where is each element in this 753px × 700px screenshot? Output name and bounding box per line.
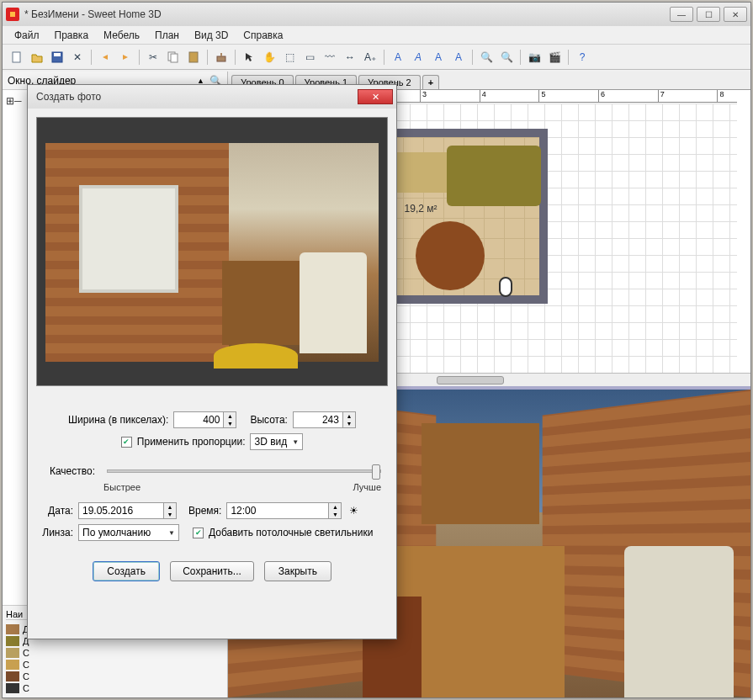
time-input[interactable] <box>227 503 328 518</box>
zoom-in-icon[interactable]: 🔍 <box>477 48 496 66</box>
spin-up-icon[interactable]: ▲ <box>164 503 176 511</box>
undo-icon[interactable] <box>96 48 114 66</box>
ratio-dropdown-value: 3D вид <box>254 436 287 448</box>
text-bold-icon[interactable]: A <box>389 48 407 66</box>
copy-icon[interactable] <box>164 48 183 66</box>
create-photo-dialog: Создать фото ✕ Ширина (в пикселах): ▲▼ В… <box>27 84 397 639</box>
zoom-out-icon[interactable]: 🔍 <box>497 48 516 66</box>
svg-rect-6 <box>171 54 178 62</box>
toolbar: ✕ ✂ ✋ ⬚ ▭ 〰 ↔ A₊ A A A A 🔍 🔍 📷 🎬 ? <box>3 45 750 70</box>
pan-tool-icon[interactable]: ✋ <box>260 48 278 66</box>
camera-marker-icon[interactable] <box>499 277 512 297</box>
svg-rect-1 <box>10 12 15 17</box>
cut-icon[interactable]: ✂ <box>144 48 162 66</box>
redo-icon[interactable] <box>116 48 135 66</box>
maximize-button[interactable]: ☐ <box>697 7 720 22</box>
spin-up-icon[interactable]: ▲ <box>329 503 341 511</box>
menubar: Файл Правка Мебель План Вид 3D Справка <box>3 26 750 45</box>
dialog-form: Ширина (в пикселах): ▲▼ Высота: ▲▼ ✔ При… <box>36 411 388 581</box>
width-spinner[interactable]: ▲▼ <box>173 411 236 428</box>
dialog-body: Ширина (в пикселах): ▲▼ Высота: ▲▼ ✔ При… <box>28 109 396 590</box>
save-icon[interactable] <box>48 48 66 66</box>
preferences-icon[interactable]: ✕ <box>68 48 87 66</box>
dialog-close-button[interactable]: ✕ <box>358 89 393 104</box>
svg-rect-7 <box>189 52 198 62</box>
armchair-3d <box>624 546 734 697</box>
menu-furniture[interactable]: Мебель <box>97 28 146 43</box>
text-size-down-icon[interactable]: A <box>449 48 468 66</box>
catalog-collapse-icon[interactable]: ▲ <box>197 77 204 85</box>
photo-icon[interactable]: 📷 <box>525 48 544 66</box>
spin-down-icon[interactable]: ▼ <box>164 511 176 518</box>
wall-tool-icon[interactable]: ⬚ <box>280 48 299 66</box>
height-spinner[interactable]: ▲▼ <box>293 411 356 428</box>
date-spinner[interactable]: ▲▼ <box>78 502 177 519</box>
list-item[interactable]: С <box>6 671 224 682</box>
furniture-table[interactable] <box>416 221 485 290</box>
svg-rect-4 <box>54 53 61 56</box>
ceiling-lights-checkbox[interactable]: ✔ <box>193 528 204 538</box>
shelf-3d <box>422 423 539 524</box>
tab-add-level[interactable]: + <box>422 75 439 89</box>
quality-slider[interactable] <box>107 469 381 473</box>
height-label: Высота: <box>250 414 288 426</box>
create-button[interactable]: Создать <box>93 561 160 581</box>
scroll-thumb[interactable] <box>437 376 504 384</box>
time-spinner[interactable]: ▲▼ <box>226 502 342 519</box>
date-label: Дата: <box>36 505 73 517</box>
preview-table <box>214 343 298 369</box>
menu-plan[interactable]: План <box>148 28 186 43</box>
new-icon[interactable] <box>8 48 26 66</box>
svg-rect-9 <box>220 53 222 56</box>
ratio-dropdown[interactable]: 3D вид ▼ <box>250 433 303 450</box>
paste-icon[interactable] <box>184 48 203 66</box>
text-size-up-icon[interactable]: A <box>429 48 448 66</box>
dialog-buttons: Создать Сохранить... Закрыть <box>36 561 388 581</box>
sun-icon[interactable]: ☀ <box>347 504 360 517</box>
chevron-down-icon: ▼ <box>292 438 299 446</box>
chevron-down-icon: ▼ <box>168 529 175 537</box>
add-furniture-icon[interactable] <box>212 48 231 66</box>
photo-preview <box>36 117 388 386</box>
room-area-label: 19,2 м² <box>405 203 437 215</box>
lens-dropdown[interactable]: По умолчанию ▼ <box>78 524 179 541</box>
list-item[interactable]: С <box>6 659 224 671</box>
width-input[interactable] <box>174 412 223 427</box>
date-input[interactable] <box>79 503 163 518</box>
slider-thumb[interactable] <box>372 464 380 480</box>
spin-down-icon[interactable]: ▼ <box>343 420 355 427</box>
save-button[interactable]: Сохранить... <box>170 561 254 581</box>
text-tool-icon[interactable]: A₊ <box>361 48 379 66</box>
video-icon[interactable]: 🎬 <box>545 48 564 66</box>
menu-edit[interactable]: Правка <box>48 28 96 43</box>
dimension-tool-icon[interactable]: ↔ <box>341 48 359 66</box>
quality-fast-label: Быстрее <box>103 482 141 492</box>
list-item[interactable]: С <box>6 647 224 659</box>
list-item[interactable]: С <box>6 682 224 694</box>
menu-view3d[interactable]: Вид 3D <box>188 28 235 43</box>
titlebar: * БезИмени - Sweet Home 3D — ☐ ✕ <box>3 3 750 26</box>
polyline-tool-icon[interactable]: 〰 <box>321 48 339 66</box>
dialog-titlebar: Создать фото ✕ <box>28 85 396 109</box>
time-label: Время: <box>188 505 221 517</box>
close-button[interactable]: ✕ <box>724 7 747 22</box>
minimize-button[interactable]: — <box>670 7 693 22</box>
menu-file[interactable]: Файл <box>8 28 46 43</box>
close-button[interactable]: Закрыть <box>264 561 331 581</box>
quality-best-label: Лучше <box>353 482 381 492</box>
furniture-sofa[interactable] <box>447 146 541 206</box>
width-label: Ширина (в пикселах): <box>68 414 168 426</box>
apply-ratio-label: Применить пропорции: <box>137 436 246 448</box>
select-tool-icon[interactable] <box>240 48 258 66</box>
spin-down-icon[interactable]: ▼ <box>329 511 341 518</box>
height-input[interactable] <box>294 412 342 427</box>
help-icon[interactable]: ? <box>573 48 591 66</box>
apply-ratio-checkbox[interactable]: ✔ <box>121 437 132 448</box>
spin-up-icon[interactable]: ▲ <box>343 412 355 420</box>
menu-help[interactable]: Справка <box>236 28 289 43</box>
room-tool-icon[interactable]: ▭ <box>300 48 319 66</box>
spin-up-icon[interactable]: ▲ <box>224 412 236 420</box>
text-italic-icon[interactable]: A <box>409 48 427 66</box>
spin-down-icon[interactable]: ▼ <box>224 420 236 427</box>
open-icon[interactable] <box>28 48 46 66</box>
